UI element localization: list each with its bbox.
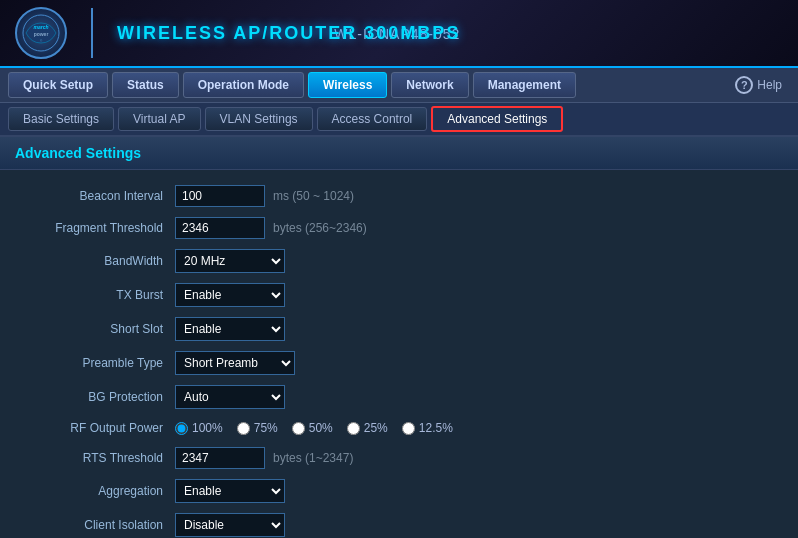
rf-75-option[interactable]: 75% (237, 421, 278, 435)
sub-nav-virtual-ap[interactable]: Virtual AP (118, 107, 200, 131)
preamble-type-label: Preamble Type (20, 356, 175, 370)
beacon-interval-hint: ms (50 ~ 1024) (273, 189, 354, 203)
nav-btn-operation-mode[interactable]: Operation Mode (183, 72, 304, 98)
svg-text:power: power (34, 31, 49, 37)
sub-nav-advanced-settings[interactable]: Advanced Settings (431, 106, 563, 132)
beacon-interval-input[interactable] (175, 185, 265, 207)
client-isolation-label: Client Isolation (20, 518, 175, 532)
fragment-threshold-label: Fragment Threshold (20, 221, 175, 235)
nav-btn-quick-setup[interactable]: Quick Setup (8, 72, 108, 98)
tx-burst-row: TX Burst Enable Disable (20, 278, 778, 312)
svg-text:march: march (33, 24, 48, 30)
preamble-type-row: Preamble Type Short Preamb Long Preamble… (20, 346, 778, 380)
nav-btn-status[interactable]: Status (112, 72, 179, 98)
product-info: WIRELESS AP/ROUTER 300MBPS WL-ICNAP48-05… (117, 23, 460, 44)
preamble-type-select[interactable]: Short Preamb Long Preamble Auto (175, 351, 295, 375)
rts-threshold-row: RTS Threshold bytes (1~2347) (20, 442, 778, 474)
tx-burst-label: TX Burst (20, 288, 175, 302)
nav-btn-management[interactable]: Management (473, 72, 576, 98)
rf-12-label: 12.5% (419, 421, 453, 435)
rts-threshold-input[interactable] (175, 447, 265, 469)
header: march power ® WIRELESS AP/ROUTER 300MBPS… (0, 0, 798, 68)
sub-nav-access-control[interactable]: Access Control (317, 107, 428, 131)
rf-50-label: 50% (309, 421, 333, 435)
logo-icon: march power ® (15, 7, 67, 59)
client-isolation-row: Client Isolation Disable Enable (20, 508, 778, 538)
client-isolation-select[interactable]: Disable Enable (175, 513, 285, 537)
rf-100-option[interactable]: 100% (175, 421, 223, 435)
rf-50-option[interactable]: 50% (292, 421, 333, 435)
bandwidth-row: BandWidth 20 MHz 40 MHz (20, 244, 778, 278)
nav-btn-network[interactable]: Network (391, 72, 468, 98)
logo-area: march power ® WIRELESS AP/ROUTER 300MBPS… (15, 7, 460, 59)
short-slot-row: Short Slot Enable Disable (20, 312, 778, 346)
help-icon: ? (735, 76, 753, 94)
bg-protection-label: BG Protection (20, 390, 175, 404)
short-slot-label: Short Slot (20, 322, 175, 336)
rts-threshold-label: RTS Threshold (20, 451, 175, 465)
rf-12-option[interactable]: 12.5% (402, 421, 453, 435)
rf-output-power-row: RF Output Power 100% 75% 50% 25% 12.5% (20, 414, 778, 442)
aggregation-label: Aggregation (20, 484, 175, 498)
rf-output-power-label: RF Output Power (20, 421, 175, 435)
help-button[interactable]: ? Help (727, 72, 790, 98)
aggregation-select[interactable]: Enable Disable (175, 479, 285, 503)
short-slot-select[interactable]: Enable Disable (175, 317, 285, 341)
nav-sub: Basic Settings Virtual AP VLAN Settings … (0, 103, 798, 137)
bandwidth-select[interactable]: 20 MHz 40 MHz (175, 249, 285, 273)
bg-protection-row: BG Protection Auto Always On Always Off (20, 380, 778, 414)
rf-100-label: 100% (192, 421, 223, 435)
bg-protection-select[interactable]: Auto Always On Always Off (175, 385, 285, 409)
tx-burst-select[interactable]: Enable Disable (175, 283, 285, 307)
beacon-interval-label: Beacon Interval (20, 189, 175, 203)
bandwidth-label: BandWidth (20, 254, 175, 268)
fragment-threshold-hint: bytes (256~2346) (273, 221, 367, 235)
logo-divider (91, 8, 93, 58)
form-area: Beacon Interval ms (50 ~ 1024) Fragment … (0, 170, 798, 538)
nav-btn-wireless[interactable]: Wireless (308, 72, 387, 98)
content: Advanced Settings Beacon Interval ms (50… (0, 137, 798, 538)
section-title: Advanced Settings (0, 137, 798, 170)
product-title: WIRELESS AP/ROUTER 300MBPS (117, 23, 460, 44)
beacon-interval-row: Beacon Interval ms (50 ~ 1024) (20, 180, 778, 212)
aggregation-row: Aggregation Enable Disable (20, 474, 778, 508)
help-label: Help (757, 78, 782, 92)
fragment-threshold-row: Fragment Threshold bytes (256~2346) (20, 212, 778, 244)
rts-threshold-hint: bytes (1~2347) (273, 451, 353, 465)
rf-75-label: 75% (254, 421, 278, 435)
rf-25-option[interactable]: 25% (347, 421, 388, 435)
fragment-threshold-input[interactable] (175, 217, 265, 239)
sub-nav-vlan-settings[interactable]: VLAN Settings (205, 107, 313, 131)
rf-output-power-group: 100% 75% 50% 25% 12.5% (175, 421, 453, 435)
sub-nav-basic-settings[interactable]: Basic Settings (8, 107, 114, 131)
nav-top: Quick Setup Status Operation Mode Wirele… (0, 68, 798, 103)
rf-25-label: 25% (364, 421, 388, 435)
